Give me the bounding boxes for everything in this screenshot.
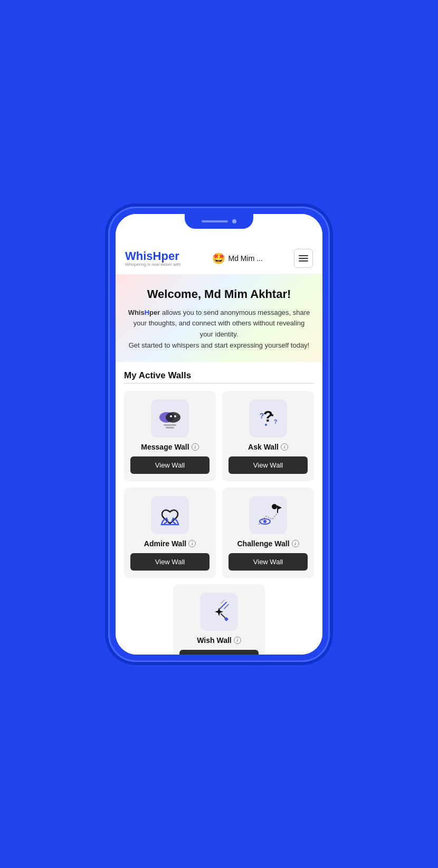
admire-wall-view-button[interactable]: View Wall — [130, 553, 210, 571]
app-header: WhisHper Whispering is now easier with 🤩… — [116, 242, 322, 275]
svg-line-17 — [221, 600, 224, 603]
walls-section-title: My Active Walls — [124, 370, 314, 381]
camera-icon — [232, 219, 236, 223]
admire-wall-icon — [156, 501, 184, 529]
wish-wall-name: Wish Wall i — [197, 636, 241, 645]
walls-section-header: My Active Walls — [116, 362, 322, 384]
admire-wall-name: Admire Wall i — [144, 539, 196, 548]
svg-point-1 — [166, 412, 180, 423]
ask-wall-name: Ask Wall i — [248, 443, 288, 451]
challenge-wall-icon — [254, 501, 282, 529]
message-wall-info-icon[interactable]: i — [192, 443, 199, 451]
wall-center-row: Wish Wall i View Wall — [116, 584, 322, 655]
svg-line-16 — [224, 604, 228, 609]
user-name-label: Md Mim ... — [228, 254, 263, 263]
user-emoji: 🤩 — [212, 252, 225, 265]
section-divider — [124, 383, 314, 384]
logo-subtitle: Whispering is now easier with — [125, 262, 180, 267]
menu-button[interactable] — [294, 249, 313, 268]
hero-description: WhisHper allows you to send anonymous me… — [126, 307, 312, 351]
ask-wall-info-icon[interactable]: i — [281, 443, 288, 451]
svg-point-2 — [170, 415, 172, 417]
ask-wall-icon-bg: ? ? ? — [249, 399, 287, 437]
ask-wall-card: ? ? ? Ask Wall i View Wall — [222, 391, 314, 481]
hamburger-icon — [299, 255, 308, 262]
wall-grid-row1: Message Wall i View Wall ? ? ? — [116, 391, 322, 481]
phone-notch-area — [116, 214, 322, 242]
phone-screen-container: WhisHper Whispering is now easier with 🤩… — [116, 214, 322, 655]
ask-wall-icon: ? ? ? — [254, 405, 282, 432]
challenge-wall-card: Challenge Wall i View Wall — [222, 488, 314, 578]
message-wall-card: Message Wall i View Wall — [124, 391, 216, 481]
wish-wall-card: Wish Wall i View Wall — [173, 584, 265, 655]
challenge-wall-icon-bg — [249, 496, 287, 534]
ask-wall-view-button[interactable]: View Wall — [228, 456, 308, 474]
wall-grid-row2: Admire Wall i View Wall — [116, 488, 322, 578]
wish-wall-icon-bg — [200, 593, 238, 631]
phone-notch — [185, 214, 253, 229]
logo-h-letter: H — [153, 249, 161, 263]
phone-frame: WhisHper Whispering is now easier with 🤩… — [108, 207, 330, 662]
svg-point-14 — [263, 520, 266, 523]
admire-wall-icon-bg — [151, 496, 189, 534]
svg-point-11 — [272, 504, 277, 509]
svg-point-3 — [174, 415, 176, 417]
wish-wall-view-button[interactable]: View Wall — [179, 650, 259, 655]
hero-banner: Welcome, Md Mim Akhtar! WhisHper allows … — [116, 275, 322, 362]
admire-wall-info-icon[interactable]: i — [188, 540, 196, 547]
svg-text:?: ? — [263, 407, 273, 425]
wish-wall-icon — [205, 598, 233, 626]
app-logo: WhisHper Whispering is now easier with — [125, 249, 180, 267]
logo-whi: Whis — [125, 249, 153, 263]
svg-rect-5 — [166, 427, 174, 428]
svg-text:?: ? — [260, 412, 264, 420]
svg-point-9 — [265, 424, 267, 426]
svg-point-10 — [271, 414, 273, 416]
challenge-wall-view-button[interactable]: View Wall — [228, 553, 308, 571]
message-wall-name: Message Wall i — [141, 443, 198, 451]
message-wall-icon-bg — [151, 399, 189, 437]
speaker-icon — [202, 220, 228, 222]
phone-screen: WhisHper Whispering is now easier with 🤩… — [116, 242, 322, 655]
svg-text:?: ? — [274, 418, 278, 425]
admire-wall-card: Admire Wall i View Wall — [124, 488, 216, 578]
logo-per: per — [161, 249, 179, 263]
message-wall-view-button[interactable]: View Wall — [130, 456, 210, 474]
user-pill: 🤩 Md Mim ... — [212, 252, 263, 265]
message-wall-icon — [156, 405, 184, 432]
challenge-wall-name: Challenge Wall i — [237, 539, 299, 548]
challenge-wall-info-icon[interactable]: i — [292, 540, 299, 547]
hero-title: Welcome, Md Mim Akhtar! — [126, 287, 312, 301]
wish-wall-info-icon[interactable]: i — [234, 637, 241, 644]
svg-rect-4 — [164, 424, 176, 426]
